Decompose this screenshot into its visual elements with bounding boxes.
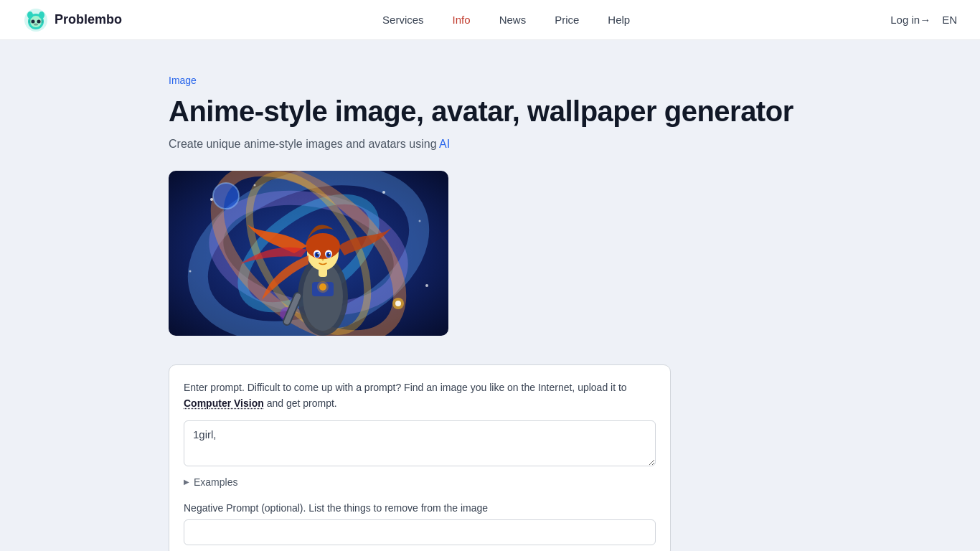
svg-point-8 [29,19,34,23]
nav-services[interactable]: Services [382,14,424,26]
examples-toggle[interactable]: Examples [184,476,656,488]
svg-point-18 [382,191,385,194]
svg-point-4 [39,11,44,19]
image-preview [169,171,448,336]
nav-price[interactable]: Price [555,14,579,26]
logo[interactable]: Problembo [23,7,122,33]
svg-point-19 [419,220,421,222]
svg-point-3 [27,11,33,19]
language-switcher[interactable]: EN [942,14,957,26]
svg-point-42 [317,281,329,293]
prompt-description: Enter prompt. Difficult to come up with … [184,380,656,412]
svg-point-7 [34,23,38,25]
subtitle-text: Create unique anime-style images and ava… [169,138,439,150]
page-title: Anime-style image, avatar, wallpaper gen… [169,95,811,128]
prompt-desc-before: Enter prompt. Difficult to come up with … [184,382,627,393]
negative-prompt-input[interactable] [184,519,656,545]
prompt-textarea[interactable]: 1girl, [184,420,656,466]
nav-news[interactable]: News [499,14,527,26]
page-subtitle: Create unique anime-style images and ava… [169,138,811,151]
svg-point-21 [425,284,428,287]
logo-label: Problembo [55,12,122,27]
nav-info[interactable]: Info [453,14,471,26]
svg-point-17 [254,184,256,187]
svg-point-26 [395,301,401,306]
breadcrumb[interactable]: Image [169,75,811,86]
svg-point-20 [189,270,192,273]
svg-point-9 [39,19,44,23]
prompt-section: Enter prompt. Difficult to come up with … [169,364,671,551]
login-button[interactable]: Log in→ [890,14,930,26]
svg-point-41 [329,253,331,255]
anime-image [169,171,448,336]
prompt-desc-after: and get prompt. [264,397,337,409]
svg-point-40 [318,253,319,255]
nav-help[interactable]: Help [608,14,630,26]
main-nav: Services Info News Price Help [382,14,630,26]
negative-prompt-label: Negative Prompt (optional). List the thi… [184,502,656,514]
logo-icon [23,7,49,33]
computer-vision-link[interactable]: Computer Vision [184,397,264,409]
svg-point-33 [306,233,340,259]
ai-link[interactable]: AI [439,138,450,150]
header-right: Log in→ EN [890,14,957,26]
